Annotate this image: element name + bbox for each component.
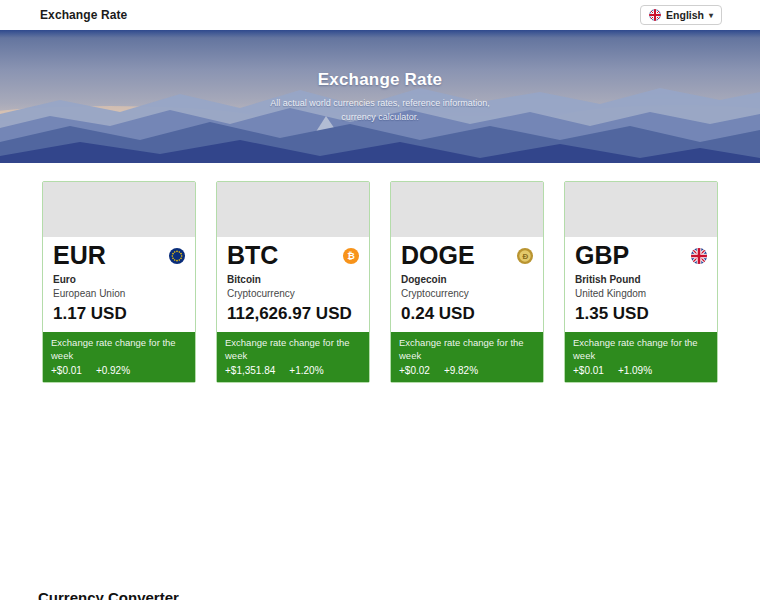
currency-name: Dogecoin (401, 274, 533, 285)
change-label: Exchange rate change for the week (399, 336, 535, 364)
change-percent: +1.09% (618, 365, 652, 376)
currency-region: United Kingdom (575, 288, 707, 299)
currency-code: BTC (227, 242, 278, 270)
currency-region: Cryptocurrency (227, 288, 359, 299)
change-label: Exchange rate change for the week (51, 336, 187, 364)
svg-text:₿: ₿ (347, 251, 355, 261)
bitcoin-icon: ₿ (343, 248, 359, 264)
currency-card-eur[interactable]: EUR Euro European Union 1.17 USD Exchang… (42, 181, 196, 383)
currency-rate: 1.35 USD (575, 304, 707, 324)
card-image-placeholder (43, 182, 195, 237)
currency-code: EUR (53, 242, 106, 270)
weekly-change-footer: Exchange rate change for the week +$0.02… (391, 332, 543, 383)
currency-card-gbp[interactable]: GBP British Pound United Kingdom 1.35 US… (564, 181, 718, 383)
language-selector-button[interactable]: English ▾ (640, 5, 722, 25)
language-label: English (666, 9, 704, 21)
hero-banner: Exchange Rate All actual world currencie… (0, 30, 760, 163)
currency-code: GBP (575, 242, 629, 270)
top-header: Exchange Rate English ▾ (0, 0, 760, 30)
eu-flag-icon (169, 248, 185, 264)
uk-flag-icon (649, 9, 661, 21)
card-image-placeholder (217, 182, 369, 237)
currency-card-doge[interactable]: DOGE Ð Dogecoin Cryptocurrency 0.24 USD … (390, 181, 544, 383)
change-amount: +$0.02 (399, 365, 430, 376)
change-amount: +$1,351.84 (225, 365, 275, 376)
hero-subtitle: All actual world currencies rates, refer… (255, 97, 505, 124)
currency-rate: 1.17 USD (53, 304, 185, 324)
currency-cards-row: EUR Euro European Union 1.17 USD Exchang… (0, 163, 760, 383)
hero-text: Exchange Rate All actual world currencie… (0, 70, 760, 124)
svg-text:Ð: Ð (522, 252, 528, 261)
weekly-change-footer: Exchange rate change for the week +$0.01… (565, 332, 717, 383)
currency-name: British Pound (575, 274, 707, 285)
chevron-down-icon: ▾ (709, 11, 713, 20)
currency-name: Euro (53, 274, 185, 285)
change-label: Exchange rate change for the week (573, 336, 709, 364)
currency-card-btc[interactable]: BTC ₿ Bitcoin Cryptocurrency 112,626.97 … (216, 181, 370, 383)
site-title: Exchange Rate (40, 8, 127, 22)
uk-flag-icon (691, 248, 707, 264)
card-image-placeholder (391, 182, 543, 237)
card-image-placeholder (565, 182, 717, 237)
currency-converter-section: Currency Converter United States Dollar … (0, 589, 760, 600)
change-percent: +1.20% (289, 365, 323, 376)
change-percent: +9.82% (444, 365, 478, 376)
change-amount: +$0.01 (51, 365, 82, 376)
currency-region: European Union (53, 288, 185, 299)
currency-code: DOGE (401, 242, 475, 270)
change-label: Exchange rate change for the week (225, 336, 361, 364)
dogecoin-icon: Ð (517, 248, 533, 264)
change-amount: +$0.01 (573, 365, 604, 376)
currency-name: Bitcoin (227, 274, 359, 285)
currency-region: Cryptocurrency (401, 288, 533, 299)
weekly-change-footer: Exchange rate change for the week +$1,35… (217, 332, 369, 383)
currency-rate: 112,626.97 USD (227, 304, 359, 324)
change-percent: +0.92% (96, 365, 130, 376)
currency-rate: 0.24 USD (401, 304, 533, 324)
weekly-change-footer: Exchange rate change for the week +$0.01… (43, 332, 195, 383)
converter-heading: Currency Converter (38, 589, 722, 600)
hero-title: Exchange Rate (0, 70, 760, 90)
